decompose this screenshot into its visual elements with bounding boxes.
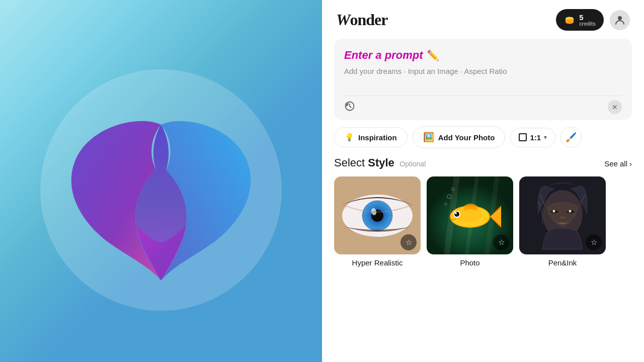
style-card-image-pen-ink: ☆ (519, 176, 606, 254)
clear-symbol: ✕ (612, 103, 618, 111)
credits-label: credits (579, 22, 596, 27)
style-grid: ☆ Hyper Realistic (334, 176, 632, 267)
aspect-ratio-button[interactable]: 1:1 ▾ (510, 128, 555, 147)
decorative-blob (20, 54, 302, 336)
style-title: Select Style Optional (334, 156, 426, 169)
right-panel: Wonder 5 credits (322, 0, 644, 362)
ratio-label: 1:1 (530, 133, 541, 142)
photo-icon: 🖼️ (423, 132, 434, 143)
inspiration-button[interactable]: 💡 Inspiration (334, 127, 408, 147)
prompt-subtitle: Add your dreams · Input an Image · Aspec… (344, 67, 622, 75)
credits-number: 5 (579, 13, 583, 22)
svg-point-5 (566, 20, 574, 24)
add-photo-label: Add Your Photo (438, 133, 495, 142)
style-header: Select Style Optional See all › (334, 156, 632, 169)
prompt-title-text: Enter a prompt (344, 49, 423, 62)
action-row: 💡 Inspiration 🖼️ Add Your Photo 1:1 ▾ 🖌️ (322, 126, 644, 156)
brush-icon: 🖌️ (566, 132, 577, 143)
svg-point-32 (569, 210, 572, 213)
star-badge-pen-ink[interactable]: ☆ (586, 234, 602, 250)
svg-point-24 (454, 212, 459, 217)
ratio-square-icon (519, 133, 527, 141)
svg-point-31 (553, 210, 555, 213)
style-card-hyper-realistic[interactable]: ☆ Hyper Realistic (334, 176, 421, 267)
svg-point-6 (618, 16, 622, 20)
style-optional-label: Optional (399, 160, 426, 168)
chevron-down-icon: ▾ (544, 134, 547, 141)
header-actions: 5 credits (556, 9, 630, 31)
prompt-footer: ✕ (344, 96, 622, 114)
see-all-button[interactable]: See all › (604, 159, 632, 168)
user-avatar[interactable] (610, 10, 630, 30)
style-card-photo[interactable]: ☆ Photo (427, 176, 513, 267)
inspiration-label: Inspiration (358, 133, 397, 142)
style-card-label-photo: Photo (427, 258, 513, 267)
chevron-right-icon: › (629, 159, 632, 168)
see-all-label: See all (604, 159, 627, 168)
style-card-label-hyper-realistic: Hyper Realistic (334, 258, 421, 267)
prompt-container[interactable]: Enter a prompt ✏️ Add your dreams · Inpu… (334, 39, 632, 120)
more-tools-button[interactable]: 🖌️ (560, 127, 582, 148)
style-title-bold: Style (368, 156, 394, 169)
add-photo-button[interactable]: 🖼️ Add Your Photo (413, 126, 506, 148)
coins-icon (564, 15, 575, 26)
svg-point-25 (455, 212, 457, 214)
style-title-plain: Select (334, 156, 368, 169)
style-card-pen-ink[interactable]: ☆ Pen&Ink (519, 176, 606, 267)
star-badge-hyper-realistic[interactable]: ☆ (400, 234, 417, 250)
style-card-label-pen-ink: Pen&Ink (519, 258, 606, 267)
lightbulb-icon: 💡 (345, 133, 354, 142)
star-badge-photo[interactable]: ☆ (493, 234, 509, 250)
history-icon[interactable] (344, 101, 355, 114)
left-panel (0, 0, 322, 362)
prompt-title-area: Enter a prompt ✏️ (344, 49, 622, 62)
style-card-image-photo: ☆ (427, 176, 513, 254)
app-header: Wonder 5 credits (322, 0, 644, 39)
credits-text: 5 credits (579, 13, 596, 27)
clear-icon[interactable]: ✕ (608, 100, 622, 114)
credits-badge[interactable]: 5 credits (556, 9, 604, 31)
style-card-image-hyper-realistic: ☆ (334, 176, 421, 254)
pencil-icon: ✏️ (427, 49, 439, 61)
app-logo: Wonder (336, 11, 387, 29)
style-section: Select Style Optional See all › (322, 156, 644, 267)
